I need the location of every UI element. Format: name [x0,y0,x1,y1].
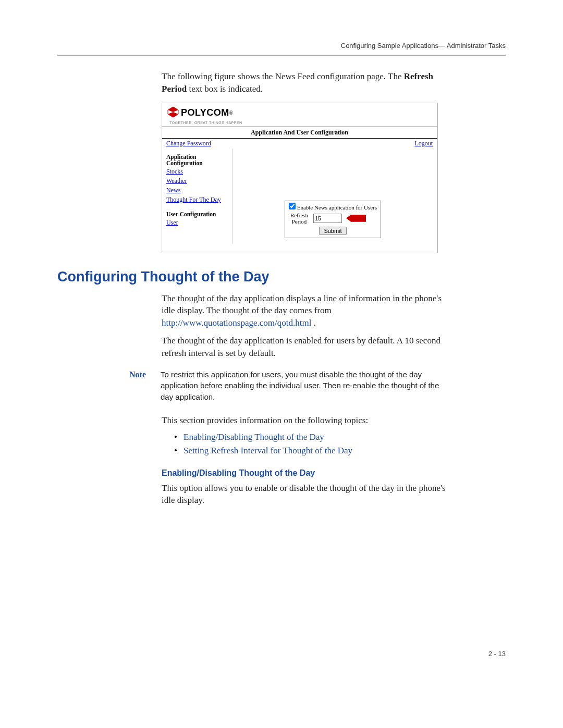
intro-text-b: text box is indicated. [187,84,263,94]
topics-list: Enabling/Disabling Thought of the Day Se… [174,432,454,456]
callout-arrow-icon [346,215,366,222]
figure-title: Application And User Configuration [162,127,437,139]
change-password-link[interactable]: Change Password [166,140,211,147]
section-p1-b: . [311,318,316,328]
intro-paragraph: The following figure shows the News Feed… [162,70,454,95]
refresh-period-input[interactable] [313,214,342,223]
topic-link-2[interactable]: Setting Refresh Interval for Thought of … [174,446,454,456]
qotd-url-link[interactable]: http://www.quotationspage.com/qotd.html [162,318,311,328]
note-text: To restrict this application for users, … [161,369,454,403]
logo-row: POLYCOM® [162,103,437,121]
sidebar-item-user[interactable]: User [166,219,229,227]
subsection-p1: This option allows you to enable or disa… [162,482,454,507]
sidebar-item-stocks[interactable]: Stocks [166,168,229,176]
header-rule [57,55,506,56]
enable-news-label: Enable News application for Users [297,204,377,211]
logout-link[interactable]: Logout [414,140,433,147]
trademark-icon: ® [229,110,234,116]
logo-text: POLYCOM [181,107,229,118]
section-p3: This section provides information on the… [162,414,454,427]
sidebar-item-news[interactable]: News [166,187,229,194]
sidebar-item-thought[interactable]: Thought For The Day [166,196,229,204]
running-head: Configuring Sample Applications— Adminis… [57,42,506,50]
logo-tagline: TOGETHER, GREAT THINGS HAPPEN [162,121,437,127]
subsection-heading: Enabling/Disabling Thought of the Day [162,468,454,478]
refresh-period-label: Refresh Period [288,212,310,225]
polycom-logo-icon [167,106,179,120]
section-p1-a: The thought of the day application displ… [162,293,442,316]
page-number: 2 - 13 [488,650,506,658]
news-config-box: Enable News application for Users Refres… [285,201,381,238]
enable-news-checkbox[interactable] [289,203,296,209]
intro-text-a: The following figure shows the News Feed… [162,71,404,81]
submit-button[interactable]: Submit [319,227,346,235]
section-p2: The thought of the day application is en… [162,335,454,360]
figure-main: Enable News application for Users Refres… [232,149,437,253]
topic-link-1[interactable]: Enabling/Disabling Thought of the Day [174,432,454,442]
note-label: Note [120,369,146,379]
config-figure: POLYCOM® TOGETHER, GREAT THINGS HAPPEN A… [162,103,438,253]
sidebar-item-weather[interactable]: Weather [166,177,229,185]
app-config-heading: Application Configuration [166,154,229,166]
user-config-heading: User Configuration [166,211,229,217]
section-p1: The thought of the day application displ… [162,292,454,329]
figure-sidebar: Application Configuration Stocks Weather… [162,149,232,244]
note-block: Note To restrict this application for us… [120,369,454,403]
section-heading: Configuring Thought of the Day [57,269,506,285]
